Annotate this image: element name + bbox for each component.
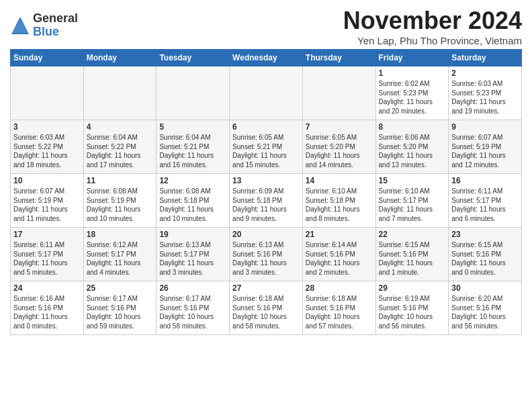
month-title: November 2024 <box>343 7 522 35</box>
day-info: Sunrise: 6:20 AM Sunset: 5:16 PM Dayligh… <box>451 294 519 330</box>
day-info: Sunrise: 6:12 AM Sunset: 5:17 PM Dayligh… <box>87 240 154 277</box>
day-number: 23 <box>451 230 519 239</box>
header-saturday: Saturday <box>449 50 522 66</box>
day-number: 20 <box>232 230 300 239</box>
day-info: Sunrise: 6:03 AM Sunset: 5:23 PM Dayligh… <box>451 79 519 116</box>
header-friday: Friday <box>375 50 449 66</box>
day-number: 29 <box>379 283 446 293</box>
header-sunday: Sunday <box>11 50 84 66</box>
header-monday: Monday <box>83 50 157 66</box>
day-info: Sunrise: 6:17 AM Sunset: 5:16 PM Dayligh… <box>87 294 154 330</box>
day-cell: 27Sunrise: 6:18 AM Sunset: 5:16 PM Dayli… <box>230 281 303 335</box>
week-row-4: 17Sunrise: 6:11 AM Sunset: 5:17 PM Dayli… <box>11 228 522 281</box>
day-cell: 1Sunrise: 6:02 AM Sunset: 5:23 PM Daylig… <box>375 66 449 120</box>
day-cell: 24Sunrise: 6:16 AM Sunset: 5:16 PM Dayli… <box>11 281 84 335</box>
day-cell: 17Sunrise: 6:11 AM Sunset: 5:17 PM Dayli… <box>11 228 84 281</box>
day-cell: 4Sunrise: 6:04 AM Sunset: 5:22 PM Daylig… <box>83 120 157 174</box>
logo-icon <box>10 15 30 36</box>
location: Yen Lap, Phu Tho Province, Vietnam <box>343 35 522 46</box>
day-info: Sunrise: 6:03 AM Sunset: 5:22 PM Dayligh… <box>13 133 81 169</box>
day-cell: 18Sunrise: 6:12 AM Sunset: 5:17 PM Dayli… <box>83 228 157 281</box>
header-row: SundayMondayTuesdayWednesdayThursdayFrid… <box>11 50 522 66</box>
day-cell: 23Sunrise: 6:15 AM Sunset: 5:16 PM Dayli… <box>449 228 522 281</box>
day-number: 1 <box>379 68 446 78</box>
day-cell: 9Sunrise: 6:07 AM Sunset: 5:19 PM Daylig… <box>449 120 522 174</box>
day-info: Sunrise: 6:04 AM Sunset: 5:22 PM Dayligh… <box>87 133 154 169</box>
day-number: 8 <box>379 122 446 132</box>
day-cell: 12Sunrise: 6:08 AM Sunset: 5:18 PM Dayli… <box>157 174 230 228</box>
day-cell: 25Sunrise: 6:17 AM Sunset: 5:16 PM Dayli… <box>83 281 157 335</box>
day-cell: 13Sunrise: 6:09 AM Sunset: 5:18 PM Dayli… <box>230 174 303 228</box>
day-number: 14 <box>306 176 373 185</box>
day-cell: 19Sunrise: 6:13 AM Sunset: 5:17 PM Dayli… <box>157 228 230 281</box>
day-number: 19 <box>159 230 226 239</box>
day-number: 3 <box>13 122 81 132</box>
day-number: 12 <box>159 176 226 185</box>
day-info: Sunrise: 6:07 AM Sunset: 5:19 PM Dayligh… <box>451 133 519 169</box>
day-info: Sunrise: 6:18 AM Sunset: 5:16 PM Dayligh… <box>232 294 300 330</box>
day-number: 26 <box>159 283 226 293</box>
day-info: Sunrise: 6:04 AM Sunset: 5:21 PM Dayligh… <box>159 133 226 169</box>
day-cell: 10Sunrise: 6:07 AM Sunset: 5:19 PM Dayli… <box>11 174 84 228</box>
calendar-table: SundayMondayTuesdayWednesdayThursdayFrid… <box>10 49 522 335</box>
day-info: Sunrise: 6:15 AM Sunset: 5:16 PM Dayligh… <box>379 240 446 277</box>
logo-text: General Blue <box>33 12 78 39</box>
day-number: 9 <box>451 122 519 132</box>
day-cell: 30Sunrise: 6:20 AM Sunset: 5:16 PM Dayli… <box>449 281 522 335</box>
day-cell: 6Sunrise: 6:05 AM Sunset: 5:21 PM Daylig… <box>230 120 303 174</box>
day-number: 24 <box>13 283 81 293</box>
day-info: Sunrise: 6:11 AM Sunset: 5:17 PM Dayligh… <box>13 240 81 277</box>
week-row-3: 10Sunrise: 6:07 AM Sunset: 5:19 PM Dayli… <box>11 174 522 228</box>
day-cell <box>83 66 157 120</box>
day-number: 10 <box>13 176 81 185</box>
day-number: 25 <box>87 283 154 293</box>
header-wednesday: Wednesday <box>230 50 303 66</box>
day-cell <box>302 66 375 120</box>
day-number: 7 <box>306 122 373 132</box>
day-number: 2 <box>451 68 519 78</box>
day-number: 27 <box>232 283 300 293</box>
day-info: Sunrise: 6:10 AM Sunset: 5:17 PM Dayligh… <box>379 187 446 223</box>
logo-general: General <box>33 12 78 26</box>
day-number: 13 <box>232 176 300 185</box>
day-number: 18 <box>87 230 154 239</box>
day-info: Sunrise: 6:18 AM Sunset: 5:16 PM Dayligh… <box>306 294 373 330</box>
week-row-2: 3Sunrise: 6:03 AM Sunset: 5:22 PM Daylig… <box>11 120 522 174</box>
page-header: General Blue November 2024 Yen Lap, Phu … <box>10 7 522 46</box>
header-thursday: Thursday <box>302 50 375 66</box>
day-cell: 2Sunrise: 6:03 AM Sunset: 5:23 PM Daylig… <box>449 66 522 120</box>
day-cell: 29Sunrise: 6:19 AM Sunset: 5:16 PM Dayli… <box>375 281 449 335</box>
day-info: Sunrise: 6:05 AM Sunset: 5:21 PM Dayligh… <box>232 133 300 169</box>
day-info: Sunrise: 6:16 AM Sunset: 5:16 PM Dayligh… <box>13 294 81 330</box>
day-cell: 16Sunrise: 6:11 AM Sunset: 5:17 PM Dayli… <box>449 174 522 228</box>
day-cell: 21Sunrise: 6:14 AM Sunset: 5:16 PM Dayli… <box>302 228 375 281</box>
day-cell: 22Sunrise: 6:15 AM Sunset: 5:16 PM Dayli… <box>375 228 449 281</box>
day-number: 17 <box>13 230 81 239</box>
day-info: Sunrise: 6:02 AM Sunset: 5:23 PM Dayligh… <box>379 79 446 116</box>
day-number: 16 <box>451 176 519 185</box>
day-number: 30 <box>451 283 519 293</box>
day-info: Sunrise: 6:17 AM Sunset: 5:16 PM Dayligh… <box>159 294 226 330</box>
day-number: 21 <box>306 230 373 239</box>
logo: General Blue <box>10 12 78 39</box>
day-info: Sunrise: 6:11 AM Sunset: 5:17 PM Dayligh… <box>451 187 519 223</box>
day-info: Sunrise: 6:15 AM Sunset: 5:16 PM Dayligh… <box>451 240 519 277</box>
svg-marker-1 <box>13 19 28 33</box>
day-cell: 5Sunrise: 6:04 AM Sunset: 5:21 PM Daylig… <box>157 120 230 174</box>
title-area: November 2024 Yen Lap, Phu Tho Province,… <box>343 7 522 46</box>
day-number: 11 <box>87 176 154 185</box>
day-number: 6 <box>232 122 300 132</box>
day-info: Sunrise: 6:14 AM Sunset: 5:16 PM Dayligh… <box>306 240 373 277</box>
day-number: 22 <box>379 230 446 239</box>
day-info: Sunrise: 6:05 AM Sunset: 5:20 PM Dayligh… <box>306 133 373 169</box>
logo-blue: Blue <box>33 26 78 39</box>
day-cell <box>11 66 84 120</box>
day-number: 15 <box>379 176 446 185</box>
day-cell: 26Sunrise: 6:17 AM Sunset: 5:16 PM Dayli… <box>157 281 230 335</box>
day-number: 28 <box>306 283 373 293</box>
day-info: Sunrise: 6:08 AM Sunset: 5:19 PM Dayligh… <box>87 187 154 223</box>
day-cell: 20Sunrise: 6:13 AM Sunset: 5:16 PM Dayli… <box>230 228 303 281</box>
day-info: Sunrise: 6:10 AM Sunset: 5:18 PM Dayligh… <box>306 187 373 223</box>
day-info: Sunrise: 6:13 AM Sunset: 5:17 PM Dayligh… <box>159 240 226 277</box>
day-cell: 28Sunrise: 6:18 AM Sunset: 5:16 PM Dayli… <box>302 281 375 335</box>
